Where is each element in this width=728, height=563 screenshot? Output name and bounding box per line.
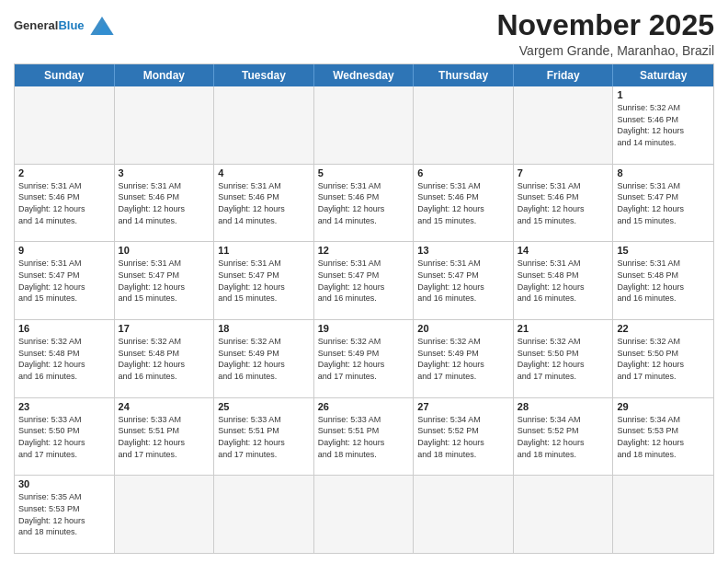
calendar: SundayMondayTuesdayWednesdayThursdayFrid…: [14, 63, 714, 554]
calendar-cell: 6Sunrise: 5:31 AM Sunset: 5:46 PM Daylig…: [414, 165, 514, 242]
day-number: 19: [318, 323, 410, 334]
day-number: 2: [18, 167, 110, 178]
header-day-sunday: Sunday: [15, 64, 115, 86]
cell-info: Sunrise: 5:32 AM Sunset: 5:49 PM Dayligh…: [218, 336, 310, 382]
day-number: 29: [617, 401, 710, 412]
cell-info: Sunrise: 5:31 AM Sunset: 5:46 PM Dayligh…: [119, 180, 210, 226]
cell-info: Sunrise: 5:31 AM Sunset: 5:47 PM Dayligh…: [318, 258, 410, 304]
calendar-cell: 21Sunrise: 5:32 AM Sunset: 5:50 PM Dayli…: [514, 320, 614, 397]
cell-info: Sunrise: 5:33 AM Sunset: 5:51 PM Dayligh…: [318, 414, 410, 460]
calendar-cell: [15, 86, 115, 164]
header-day-saturday: Saturday: [613, 64, 713, 86]
day-number: 1: [617, 89, 710, 100]
calendar-cell: 10Sunrise: 5:31 AM Sunset: 5:47 PM Dayli…: [115, 242, 215, 319]
calendar-cell: 4Sunrise: 5:31 AM Sunset: 5:46 PM Daylig…: [214, 165, 314, 242]
calendar-row-3: 16Sunrise: 5:32 AM Sunset: 5:48 PM Dayli…: [15, 319, 713, 397]
cell-info: Sunrise: 5:31 AM Sunset: 5:47 PM Dayligh…: [119, 258, 210, 304]
calendar-cell: [314, 476, 415, 553]
cell-info: Sunrise: 5:31 AM Sunset: 5:47 PM Dayligh…: [617, 180, 710, 226]
cell-info: Sunrise: 5:34 AM Sunset: 5:53 PM Dayligh…: [617, 414, 710, 460]
day-number: 4: [218, 167, 310, 178]
logo-icon: [87, 13, 117, 39]
day-number: 13: [417, 245, 509, 256]
calendar-cell: [214, 86, 314, 164]
cell-info: Sunrise: 5:32 AM Sunset: 5:50 PM Dayligh…: [617, 336, 710, 382]
cell-info: Sunrise: 5:31 AM Sunset: 5:46 PM Dayligh…: [18, 180, 110, 226]
calendar-cell: [414, 86, 514, 164]
day-number: 8: [617, 167, 710, 178]
cell-info: Sunrise: 5:32 AM Sunset: 5:49 PM Dayligh…: [318, 336, 410, 382]
calendar-cell: 26Sunrise: 5:33 AM Sunset: 5:51 PM Dayli…: [314, 398, 415, 476]
calendar-cell: 9Sunrise: 5:31 AM Sunset: 5:47 PM Daylig…: [15, 242, 115, 319]
day-number: 30: [18, 478, 110, 489]
calendar-cell: 15Sunrise: 5:31 AM Sunset: 5:48 PM Dayli…: [613, 242, 713, 319]
day-number: 17: [119, 323, 210, 334]
calendar-cell: 19Sunrise: 5:32 AM Sunset: 5:49 PM Dayli…: [314, 320, 415, 397]
calendar-cell: 25Sunrise: 5:33 AM Sunset: 5:51 PM Dayli…: [214, 398, 314, 476]
day-number: 12: [318, 245, 410, 256]
day-number: 28: [518, 401, 609, 412]
calendar-cell: 7Sunrise: 5:31 AM Sunset: 5:46 PM Daylig…: [514, 165, 614, 242]
day-number: 9: [18, 245, 110, 256]
cell-info: Sunrise: 5:31 AM Sunset: 5:47 PM Dayligh…: [417, 258, 509, 304]
calendar-cell: [414, 476, 514, 553]
day-number: 26: [318, 401, 410, 412]
calendar-body: 1Sunrise: 5:32 AM Sunset: 5:46 PM Daylig…: [15, 86, 713, 553]
header-day-wednesday: Wednesday: [314, 64, 415, 86]
calendar-row-1: 2Sunrise: 5:31 AM Sunset: 5:46 PM Daylig…: [15, 164, 713, 242]
logo-blue: Blue: [58, 18, 84, 32]
calendar-cell: 16Sunrise: 5:32 AM Sunset: 5:48 PM Dayli…: [15, 320, 115, 397]
day-number: 15: [617, 245, 710, 256]
calendar-cell: 20Sunrise: 5:32 AM Sunset: 5:49 PM Dayli…: [414, 320, 514, 397]
cell-info: Sunrise: 5:31 AM Sunset: 5:46 PM Dayligh…: [318, 180, 410, 226]
day-number: 14: [518, 245, 609, 256]
logo: GeneralBlue: [14, 13, 117, 39]
cell-info: Sunrise: 5:31 AM Sunset: 5:47 PM Dayligh…: [18, 258, 110, 304]
day-number: 5: [318, 167, 410, 178]
header-day-tuesday: Tuesday: [214, 64, 314, 86]
calendar-cell: [115, 86, 215, 164]
calendar-cell: 27Sunrise: 5:34 AM Sunset: 5:52 PM Dayli…: [414, 398, 514, 476]
day-number: 22: [617, 323, 710, 334]
calendar-cell: 18Sunrise: 5:32 AM Sunset: 5:49 PM Dayli…: [214, 320, 314, 397]
calendar-cell: 5Sunrise: 5:31 AM Sunset: 5:46 PM Daylig…: [314, 165, 415, 242]
calendar-cell: [613, 476, 713, 553]
day-number: 7: [518, 167, 609, 178]
header-day-monday: Monday: [115, 64, 215, 86]
calendar-cell: 22Sunrise: 5:32 AM Sunset: 5:50 PM Dayli…: [613, 320, 713, 397]
calendar-row-4: 23Sunrise: 5:33 AM Sunset: 5:50 PM Dayli…: [15, 397, 713, 476]
day-number: 21: [518, 323, 609, 334]
day-number: 11: [218, 245, 310, 256]
calendar-cell: [514, 86, 614, 164]
day-number: 6: [417, 167, 509, 178]
cell-info: Sunrise: 5:31 AM Sunset: 5:46 PM Dayligh…: [218, 180, 310, 226]
calendar-cell: 29Sunrise: 5:34 AM Sunset: 5:53 PM Dayli…: [613, 398, 713, 476]
calendar-cell: 3Sunrise: 5:31 AM Sunset: 5:46 PM Daylig…: [115, 165, 215, 242]
month-title: November 2025: [496, 9, 714, 41]
cell-info: Sunrise: 5:33 AM Sunset: 5:51 PM Dayligh…: [119, 414, 210, 460]
cell-info: Sunrise: 5:31 AM Sunset: 5:47 PM Dayligh…: [218, 258, 310, 304]
header-day-thursday: Thursday: [414, 64, 514, 86]
cell-info: Sunrise: 5:32 AM Sunset: 5:46 PM Dayligh…: [617, 102, 710, 148]
day-number: 3: [119, 167, 210, 178]
cell-info: Sunrise: 5:33 AM Sunset: 5:50 PM Dayligh…: [18, 414, 110, 460]
day-number: 20: [417, 323, 509, 334]
calendar-cell: 24Sunrise: 5:33 AM Sunset: 5:51 PM Dayli…: [115, 398, 215, 476]
cell-info: Sunrise: 5:32 AM Sunset: 5:48 PM Dayligh…: [18, 336, 110, 382]
day-number: 23: [18, 401, 110, 412]
calendar-cell: 12Sunrise: 5:31 AM Sunset: 5:47 PM Dayli…: [314, 242, 415, 319]
logo-general: General: [14, 18, 58, 32]
day-number: 25: [218, 401, 310, 412]
calendar-row-2: 9Sunrise: 5:31 AM Sunset: 5:47 PM Daylig…: [15, 241, 713, 319]
cell-info: Sunrise: 5:34 AM Sunset: 5:52 PM Dayligh…: [417, 414, 509, 460]
calendar-row-5: 30Sunrise: 5:35 AM Sunset: 5:53 PM Dayli…: [15, 475, 713, 553]
calendar-cell: [514, 476, 614, 553]
calendar-cell: 13Sunrise: 5:31 AM Sunset: 5:47 PM Dayli…: [414, 242, 514, 319]
calendar-cell: 8Sunrise: 5:31 AM Sunset: 5:47 PM Daylig…: [613, 165, 713, 242]
day-number: 18: [218, 323, 310, 334]
cell-info: Sunrise: 5:31 AM Sunset: 5:46 PM Dayligh…: [417, 180, 509, 226]
day-number: 24: [119, 401, 210, 412]
calendar-cell: [314, 86, 415, 164]
calendar-header: SundayMondayTuesdayWednesdayThursdayFrid…: [15, 64, 713, 86]
cell-info: Sunrise: 5:31 AM Sunset: 5:48 PM Dayligh…: [617, 258, 710, 304]
